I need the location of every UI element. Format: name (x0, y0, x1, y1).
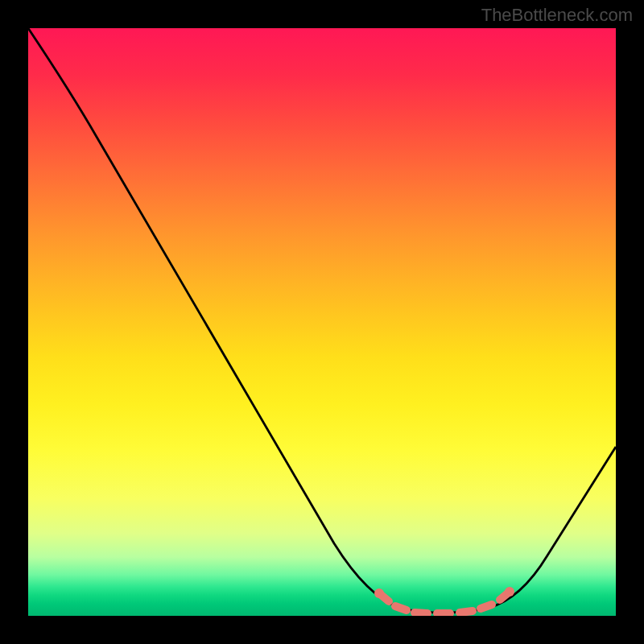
svg-line-4 (460, 611, 473, 613)
trough-marker-dots (374, 587, 514, 598)
bottleneck-curve-svg (28, 28, 616, 616)
bottleneck-curve-path (28, 28, 616, 613)
trough-marker-band (379, 592, 510, 613)
svg-line-2 (415, 613, 427, 613)
svg-line-1 (395, 606, 407, 610)
svg-point-8 (505, 587, 514, 597)
svg-line-5 (481, 605, 492, 609)
svg-line-6 (500, 592, 510, 600)
svg-line-0 (379, 593, 389, 601)
chart-plot-area (28, 28, 616, 616)
watermark-text: TheBottleneck.com (481, 5, 633, 26)
svg-point-7 (374, 588, 384, 598)
